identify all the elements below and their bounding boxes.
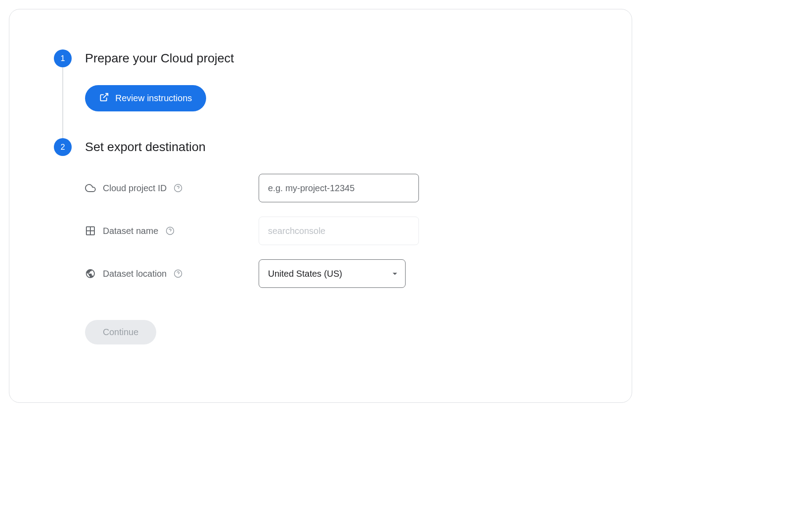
step-1-body: Review instructions [85,85,587,138]
open-in-new-icon [99,92,109,104]
row-project-id: Cloud project ID [85,174,587,202]
step-2-body: Cloud project ID [85,174,587,371]
continue-button: Continue [85,320,156,344]
review-instructions-button[interactable]: Review instructions [85,85,206,111]
step-2-badge: 2 [54,138,72,156]
stepper: 1 Prepare your Cloud project Review inst… [54,49,587,371]
review-instructions-label: Review instructions [115,93,192,103]
row-dataset-location: Dataset location United States (US) [85,259,587,288]
dataset-name-label-group: Dataset name [85,225,259,236]
dataset-location-label: Dataset location [103,269,166,279]
dataset-location-label-group: Dataset location [85,268,259,279]
help-icon[interactable] [166,226,175,235]
step-1: 1 Prepare your Cloud project Review inst… [54,49,587,138]
help-icon[interactable] [174,184,183,193]
globe-icon [85,268,96,279]
svg-line-0 [103,94,108,98]
dataset-location-value: United States (US) [268,269,342,279]
dataset-name-input [259,217,419,245]
setup-card: 1 Prepare your Cloud project Review inst… [9,9,632,403]
cloud-icon [85,183,96,193]
step-2: 2 Set export destination Cloud project I… [54,138,587,371]
step-1-badge: 1 [54,49,72,67]
dataset-name-label: Dataset name [103,226,158,236]
grid-icon [85,225,96,236]
help-icon[interactable] [174,269,183,278]
step-1-title: Prepare your Cloud project [85,49,587,67]
project-id-label: Cloud project ID [103,183,166,193]
project-id-input[interactable] [259,174,419,202]
dataset-location-select-wrap: United States (US) [259,259,406,288]
step-2-title: Set export destination [85,138,587,156]
row-dataset-name: Dataset name [85,217,587,245]
project-id-label-group: Cloud project ID [85,183,259,193]
dataset-location-select[interactable]: United States (US) [259,259,406,288]
